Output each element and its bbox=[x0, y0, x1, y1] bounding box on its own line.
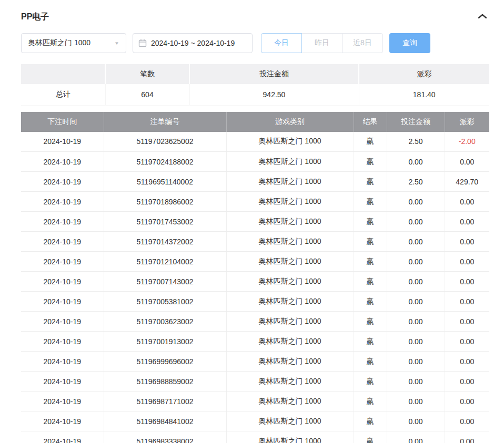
cell-result: 赢 bbox=[354, 332, 387, 352]
table-row: 2024-10-19 51197001913002 奥林匹斯之门 1000 赢 … bbox=[21, 332, 489, 352]
cell-result: 赢 bbox=[354, 392, 387, 411]
cell-bet-time: 2024-10-19 bbox=[21, 392, 104, 411]
table-row: 2024-10-19 51197024188002 奥林匹斯之门 1000 赢 … bbox=[21, 152, 489, 172]
quick-range-yesterday-button[interactable]: 昨日 bbox=[301, 33, 342, 53]
summary-header-payout: 派彩 bbox=[359, 64, 489, 84]
detail-header-bet-time: 下注时间 bbox=[21, 112, 104, 132]
cell-game-type: 奥林匹斯之门 1000 bbox=[226, 252, 354, 272]
table-row: 2024-10-19 51197007143002 奥林匹斯之门 1000 赢 … bbox=[21, 272, 489, 292]
chevron-up-icon bbox=[478, 13, 487, 21]
date-range-value: 2024-10-19 ~ 2024-10-19 bbox=[151, 39, 235, 47]
cell-payout: 0.00 bbox=[445, 252, 489, 272]
cell-payout: 0.00 bbox=[445, 292, 489, 312]
detail-header-result: 结果 bbox=[354, 112, 387, 132]
cell-order-no: 51197018986002 bbox=[104, 192, 226, 212]
cell-result: 赢 bbox=[354, 411, 387, 431]
cell-game-type: 奥林匹斯之门 1000 bbox=[226, 431, 354, 443]
summary-total-bet-amount: 942.50 bbox=[189, 84, 359, 105]
cell-bet-amount: 2.50 bbox=[387, 132, 445, 152]
table-row: 2024-10-19 51196987171002 奥林匹斯之门 1000 赢 … bbox=[21, 392, 489, 411]
cell-payout: 0.00 bbox=[445, 352, 489, 372]
cell-order-no: 51197003623002 bbox=[104, 312, 226, 332]
cell-order-no: 51196984841002 bbox=[104, 411, 226, 431]
collapse-panel-button[interactable] bbox=[476, 11, 489, 23]
game-select-value: 奥林匹斯之门 1000 bbox=[28, 38, 90, 48]
table-row: 2024-10-19 51197014372002 奥林匹斯之门 1000 赢 … bbox=[21, 232, 489, 252]
cell-bet-time: 2024-10-19 bbox=[21, 372, 104, 392]
summary-header-blank bbox=[21, 64, 105, 84]
game-select[interactable]: 奥林匹斯之门 1000 ▼ bbox=[21, 33, 126, 53]
cell-payout: -2.00 bbox=[445, 132, 489, 152]
cell-result: 赢 bbox=[354, 292, 387, 312]
detail-header-order-no: 注单编号 bbox=[104, 112, 226, 132]
summary-header-row: 笔数 投注金额 派彩 bbox=[21, 64, 489, 84]
cell-order-no: 51196987171002 bbox=[104, 392, 226, 411]
summary-total-label: 总计 bbox=[21, 84, 105, 105]
cell-result: 赢 bbox=[354, 312, 387, 332]
query-button[interactable]: 查询 bbox=[389, 33, 430, 53]
cell-game-type: 奥林匹斯之门 1000 bbox=[226, 332, 354, 352]
cell-order-no: 51197005381002 bbox=[104, 292, 226, 312]
chevron-down-icon: ▼ bbox=[114, 41, 119, 46]
table-row: 2024-10-19 51197018986002 奥林匹斯之门 1000 赢 … bbox=[21, 192, 489, 212]
cell-payout: 0.00 bbox=[445, 192, 489, 212]
cell-game-type: 奥林匹斯之门 1000 bbox=[226, 192, 354, 212]
cell-payout: 0.00 bbox=[445, 392, 489, 411]
cell-order-no: 51197012104002 bbox=[104, 252, 226, 272]
summary-total-row: 总计 604 942.50 181.40 bbox=[21, 84, 489, 105]
cell-bet-amount: 2.50 bbox=[387, 172, 445, 192]
table-row: 2024-10-19 51197012104002 奥林匹斯之门 1000 赢 … bbox=[21, 252, 489, 272]
cell-bet-time: 2024-10-19 bbox=[21, 192, 104, 212]
cell-order-no: 51196988859002 bbox=[104, 372, 226, 392]
cell-bet-time: 2024-10-19 bbox=[21, 352, 104, 372]
cell-payout: 0.00 bbox=[445, 312, 489, 332]
cell-payout: 0.00 bbox=[445, 332, 489, 352]
cell-bet-amount: 0.00 bbox=[387, 292, 445, 312]
cell-bet-time: 2024-10-19 bbox=[21, 292, 104, 312]
cell-game-type: 奥林匹斯之门 1000 bbox=[226, 172, 354, 192]
cell-bet-amount: 0.00 bbox=[387, 332, 445, 352]
cell-bet-time: 2024-10-19 bbox=[21, 132, 104, 152]
cell-result: 赢 bbox=[354, 232, 387, 252]
detail-header-payout: 派彩 bbox=[445, 112, 489, 132]
report-panel: PP电子 奥林匹斯之门 1000 ▼ 2024-10-19 ~ 2024-10-… bbox=[0, 0, 504, 443]
cell-result: 赢 bbox=[354, 212, 387, 232]
cell-order-no: 51196999696002 bbox=[104, 352, 226, 372]
date-range-picker[interactable]: 2024-10-19 ~ 2024-10-19 bbox=[133, 33, 253, 53]
cell-bet-amount: 0.00 bbox=[387, 392, 445, 411]
cell-bet-amount: 0.00 bbox=[387, 252, 445, 272]
table-row: 2024-10-19 51197023625002 奥林匹斯之门 1000 赢 … bbox=[21, 132, 489, 152]
table-row: 2024-10-19 51197005381002 奥林匹斯之门 1000 赢 … bbox=[21, 292, 489, 312]
cell-result: 赢 bbox=[354, 352, 387, 372]
cell-bet-time: 2024-10-19 bbox=[21, 152, 104, 172]
quick-range-group: 今日 昨日 近8日 bbox=[261, 33, 383, 53]
detail-header-row: 下注时间 注单编号 游戏类别 结果 投注金额 派彩 bbox=[21, 112, 489, 132]
cell-bet-time: 2024-10-19 bbox=[21, 411, 104, 431]
cell-game-type: 奥林匹斯之门 1000 bbox=[226, 392, 354, 411]
cell-result: 赢 bbox=[354, 172, 387, 192]
summary-total-payout: 181.40 bbox=[359, 84, 489, 105]
quick-range-last8days-button[interactable]: 近8日 bbox=[342, 33, 383, 53]
filter-bar: 奥林匹斯之门 1000 ▼ 2024-10-19 ~ 2024-10-19 今日… bbox=[21, 33, 489, 54]
cell-bet-time: 2024-10-19 bbox=[21, 212, 104, 232]
quick-range-today-button[interactable]: 今日 bbox=[261, 33, 302, 53]
cell-result: 赢 bbox=[354, 152, 387, 172]
table-row: 2024-10-19 51196988859002 奥林匹斯之门 1000 赢 … bbox=[21, 372, 489, 392]
cell-payout: 0.00 bbox=[445, 372, 489, 392]
cell-payout: 0.00 bbox=[445, 152, 489, 172]
cell-bet-amount: 0.00 bbox=[387, 372, 445, 392]
panel-header: PP电子 bbox=[21, 7, 489, 26]
cell-bet-time: 2024-10-19 bbox=[21, 232, 104, 252]
cell-payout: 0.00 bbox=[445, 232, 489, 252]
cell-bet-amount: 0.00 bbox=[387, 232, 445, 252]
summary-header-count: 笔数 bbox=[105, 64, 189, 84]
cell-game-type: 奥林匹斯之门 1000 bbox=[226, 352, 354, 372]
cell-game-type: 奥林匹斯之门 1000 bbox=[226, 292, 354, 312]
cell-payout: 429.70 bbox=[445, 172, 489, 192]
cell-payout: 0.00 bbox=[445, 431, 489, 443]
detail-table-body: 2024-10-19 51197023625002 奥林匹斯之门 1000 赢 … bbox=[21, 132, 489, 443]
cell-result: 赢 bbox=[354, 272, 387, 292]
cell-order-no: 51196951140002 bbox=[104, 172, 226, 192]
cell-order-no: 51197001913002 bbox=[104, 332, 226, 352]
table-row: 2024-10-19 51197017453002 奥林匹斯之门 1000 赢 … bbox=[21, 212, 489, 232]
